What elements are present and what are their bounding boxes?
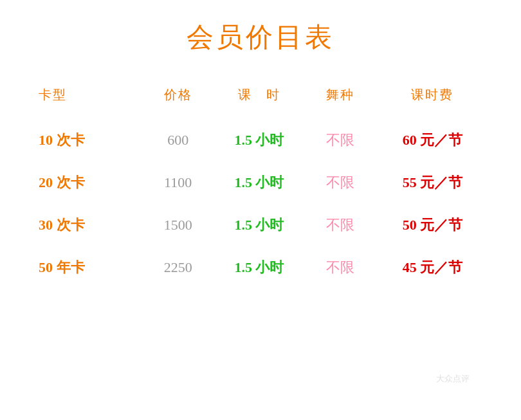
- cell-price: 1100: [149, 167, 208, 199]
- cell-price: 1500: [149, 209, 208, 241]
- page-container: 会员价目表 卡型 价格 课 时 舞种 课时费 10 次卡6001.5 小时不限6…: [0, 0, 521, 420]
- cell-price: 600: [149, 124, 208, 156]
- cell-price: 2250: [149, 251, 208, 284]
- table-row: 20 次卡11001.5 小时不限55 元／节: [26, 167, 495, 199]
- table-header-row: 卡型 价格 课 时 舞种 课时费: [26, 81, 495, 114]
- watermark: 大众点评: [436, 373, 470, 385]
- cell-cost: 60 元／节: [370, 124, 495, 156]
- table-spacer-row: [26, 199, 495, 209]
- header-cost: 课时费: [370, 81, 495, 114]
- cell-cost: 45 元／节: [370, 251, 495, 284]
- cell-cost: 50 元／节: [370, 209, 495, 241]
- price-table: 卡型 价格 课 时 舞种 课时费 10 次卡6001.5 小时不限60 元／节2…: [26, 81, 495, 284]
- table-row: 10 次卡6001.5 小时不限60 元／节: [26, 124, 495, 156]
- table-spacer-row: [26, 114, 495, 124]
- header-dance: 舞种: [311, 81, 370, 114]
- cell-card-type: 30 次卡: [26, 209, 149, 241]
- header-price: 价格: [149, 81, 208, 114]
- table-row: 30 次卡15001.5 小时不限50 元／节: [26, 209, 495, 241]
- page-title: 会员价目表: [26, 19, 495, 55]
- cell-cost: 55 元／节: [370, 167, 495, 199]
- header-duration: 课 时: [208, 81, 311, 114]
- cell-dance: 不限: [311, 124, 370, 156]
- cell-dance: 不限: [311, 251, 370, 284]
- cell-dance: 不限: [311, 167, 370, 199]
- cell-dance: 不限: [311, 209, 370, 241]
- cell-card-type: 10 次卡: [26, 124, 149, 156]
- header-card-type: 卡型: [26, 81, 149, 114]
- table-row: 50 年卡22501.5 小时不限45 元／节: [26, 251, 495, 284]
- cell-card-type: 50 年卡: [26, 251, 149, 284]
- cell-duration: 1.5 小时: [208, 124, 311, 156]
- cell-duration: 1.5 小时: [208, 209, 311, 241]
- table-spacer-row: [26, 156, 495, 167]
- cell-duration: 1.5 小时: [208, 251, 311, 284]
- cell-duration: 1.5 小时: [208, 167, 311, 199]
- cell-card-type: 20 次卡: [26, 167, 149, 199]
- table-spacer-row: [26, 241, 495, 251]
